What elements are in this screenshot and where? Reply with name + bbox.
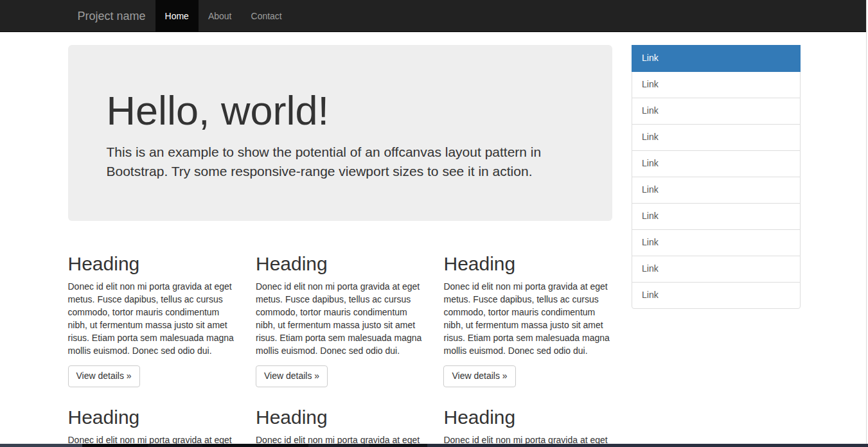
navbar-container: Project name Home About Contact [58, 0, 810, 32]
card-heading: Heading [256, 407, 424, 428]
content-card: Heading Donec id elit non mi porta gravi… [434, 240, 621, 394]
card-heading: Heading [443, 407, 612, 428]
sidebar-link[interactable]: Link [632, 150, 801, 177]
content-card: Heading Donec id elit non mi porta gravi… [246, 240, 434, 394]
navbar: Project name Home About Contact [0, 0, 868, 32]
sidebar-link[interactable]: Link [632, 71, 801, 98]
navbar-nav: Home About Contact [155, 0, 292, 32]
sidebar-link[interactable]: Link [632, 177, 801, 204]
card-button-wrap: View details » [443, 365, 612, 387]
jumbotron: Hello, world! This is an example to show… [68, 45, 613, 221]
sidebar-link[interactable]: Link [632, 98, 801, 125]
nav-item[interactable]: Contact [242, 0, 292, 32]
jumbotron-description: This is an example to show the potential… [107, 143, 574, 180]
content-card: Heading Donec id elit non mi porta gravi… [58, 394, 246, 447]
sidebar-link[interactable]: Link [632, 203, 801, 230]
page-container: Hello, world! This is an example to show… [58, 32, 810, 447]
content-card: Heading Donec id elit non mi porta gravi… [58, 240, 246, 394]
card-body-text: Donec id elit non mi porta gravida at eg… [256, 281, 424, 358]
main-column: Hello, world! This is an example to show… [58, 45, 623, 447]
sidebar: Link Link Link Link Link Link Link Link … [622, 45, 810, 309]
view-details-button[interactable]: View details » [256, 365, 328, 387]
view-details-button[interactable]: View details » [443, 365, 515, 387]
sidebar-link[interactable]: Link [632, 282, 801, 309]
sidebar-link[interactable]: Link [632, 45, 801, 72]
nav-item[interactable]: Home [155, 0, 199, 32]
card-heading: Heading [443, 253, 612, 274]
sidebar-link[interactable]: Link [632, 229, 801, 256]
sidebar-link[interactable]: Link [632, 256, 801, 283]
card-heading: Heading [68, 253, 236, 274]
view-details-button[interactable]: View details » [68, 365, 140, 387]
sidebar-link[interactable]: Link [632, 124, 801, 151]
cards-row-2: Heading Donec id elit non mi porta gravi… [58, 394, 623, 447]
card-heading: Heading [68, 407, 236, 428]
sidebar-link-list: Link Link Link Link Link Link Link Link … [632, 45, 801, 309]
navbar-brand[interactable]: Project name [68, 0, 155, 32]
jumbotron-title: Hello, world! [107, 89, 574, 133]
card-heading: Heading [256, 253, 424, 274]
cards-row-1: Heading Donec id elit non mi porta gravi… [58, 240, 623, 394]
taskbar-sliver [0, 444, 868, 447]
nav-item[interactable]: About [199, 0, 242, 32]
card-button-wrap: View details » [256, 365, 424, 387]
card-button-wrap: View details » [68, 365, 236, 387]
card-body-text: Donec id elit non mi porta gravida at eg… [443, 281, 612, 358]
content-card: Heading Donec id elit non mi porta gravi… [434, 394, 621, 447]
card-body-text: Donec id elit non mi porta gravida at eg… [68, 281, 236, 358]
content-card: Heading Donec id elit non mi porta gravi… [246, 394, 434, 447]
content-row: Hello, world! This is an example to show… [58, 45, 810, 447]
